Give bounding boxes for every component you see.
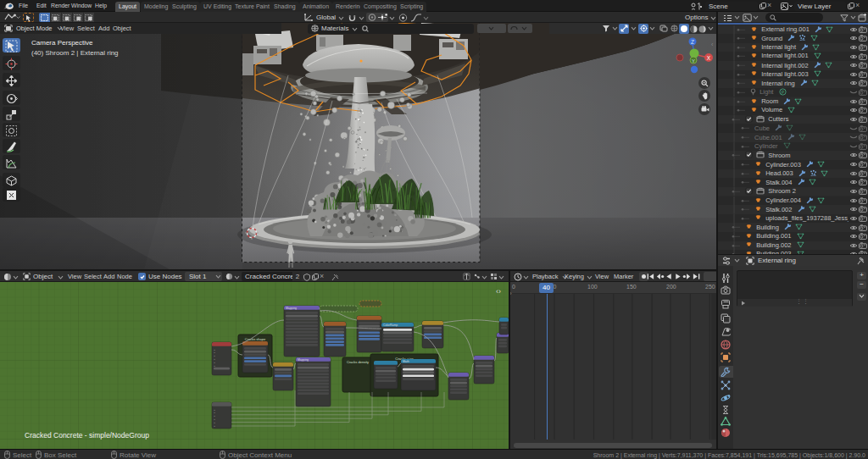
svg-text:Mapping: Mapping <box>298 358 309 362</box>
svg-text:Y: Y <box>692 58 695 64</box>
svg-text:P: P <box>781 89 784 94</box>
svg-text:Cracks density: Cracks density <box>347 360 369 364</box>
svg-text:Z: Z <box>691 39 694 45</box>
svg-text:▪: ▪ <box>214 424 215 428</box>
svg-text:Math: Math <box>403 360 409 363</box>
svg-text:Mapping: Mapping <box>286 307 297 310</box>
svg-text:ColorRamp: ColorRamp <box>383 324 398 327</box>
svg-text:X: X <box>707 55 711 61</box>
svg-text:▪: ▪ <box>214 364 215 368</box>
